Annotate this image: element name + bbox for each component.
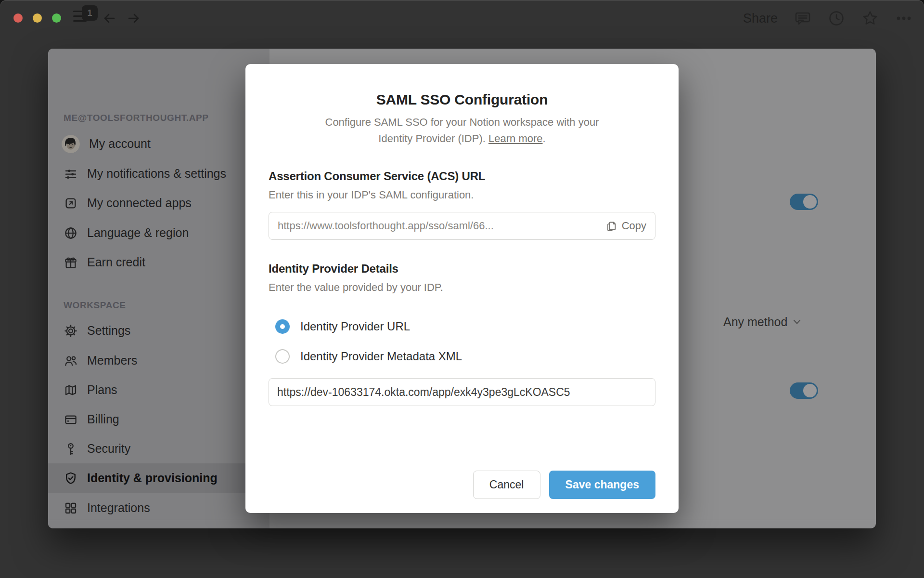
sidebar-item-audit-log[interactable]: Audit log	[48, 523, 270, 528]
radio-unselected-icon[interactable]	[275, 349, 290, 364]
radio-label: Identity Provider Metadata XML	[300, 350, 462, 363]
share-button[interactable]: Share	[743, 11, 778, 26]
sidebar-item-label: My account	[89, 137, 151, 151]
sidebar-item-my-account[interactable]: My account	[48, 129, 270, 158]
idp-url-input[interactable]	[269, 378, 655, 406]
sidebar-item-label: Earn credit	[87, 255, 145, 269]
login-method-value: Any method	[723, 315, 787, 329]
tab-count-badge[interactable]: 1	[82, 5, 98, 21]
sso-enabled-toggle[interactable]	[790, 194, 818, 210]
saml-sso-dialog: SAML SSO Configuration Configure SAML SS…	[245, 64, 679, 513]
gift-icon	[64, 255, 78, 270]
sidebar-item-label: Security	[87, 442, 130, 456]
sidebar-item-settings[interactable]: Settings	[48, 316, 270, 345]
radio-selected-icon[interactable]	[275, 319, 290, 334]
sidebar-item-label: Language & region	[87, 226, 189, 240]
subtitle-line2: Identity Provider (IDP).	[378, 132, 488, 144]
sidebar-item-language-region[interactable]: Language & region	[48, 218, 270, 248]
sidebar-item-label: My notifications & settings	[87, 167, 226, 181]
acs-url-field: https://www.toolsforthought.app/sso/saml…	[269, 212, 655, 240]
sidebar-item-billing[interactable]: Billing	[48, 405, 270, 434]
idp-details-heading: Identity Provider Details	[269, 262, 655, 276]
workspace-section-label: WORKSPACE	[64, 300, 126, 311]
acs-url-heading: Assertion Consumer Service (ACS) URL	[269, 169, 655, 184]
subtitle-line1: Configure SAML SSO for your Notion works…	[325, 116, 599, 128]
external-link-icon	[64, 196, 78, 210]
favorite-star-icon[interactable]	[861, 10, 879, 27]
account-section-label: ME@TOOLSFORTHOUGHT.APP	[64, 113, 209, 123]
forward-arrow-icon[interactable]	[127, 11, 141, 26]
sliders-icon	[64, 167, 78, 181]
sidebar-item-plans[interactable]: Plans	[48, 375, 270, 405]
sidebar-item-label: Identity & provisioning	[87, 471, 218, 485]
comments-icon[interactable]	[794, 10, 811, 27]
sidebar-item-label: Plans	[87, 383, 117, 397]
copy-button-label: Copy	[622, 220, 646, 232]
toggle-knob	[803, 384, 817, 397]
sidebar-item-members[interactable]: Members	[48, 346, 270, 375]
dialog-actions: Cancel Save changes	[269, 471, 655, 499]
sidebar-item-security[interactable]: Security	[48, 434, 270, 463]
shield-check-icon	[64, 471, 78, 486]
gear-icon	[64, 324, 78, 338]
panel-footer-divider	[48, 520, 876, 520]
zoom-window-button[interactable]	[52, 13, 61, 23]
sidebar-item-label: Members	[87, 354, 137, 368]
login-method-dropdown[interactable]: Any method	[723, 314, 802, 330]
updates-clock-icon[interactable]	[828, 10, 845, 27]
radio-option-idp-metadata-xml[interactable]: Identity Provider Metadata XML	[269, 348, 655, 365]
cancel-button[interactable]: Cancel	[473, 471, 540, 499]
sidebar-item-integrations[interactable]: Integrations	[48, 493, 270, 523]
avatar	[62, 135, 80, 153]
people-icon	[64, 354, 78, 368]
radio-option-idp-url[interactable]: Identity Provider URL	[269, 318, 655, 335]
sidebar-item-connected-apps[interactable]: My connected apps	[48, 188, 270, 218]
sidebar-item-notifications-settings[interactable]: My notifications & settings	[48, 159, 270, 188]
settings-sidebar: ME@TOOLSFORTHOUGHT.APP My account My not…	[48, 49, 270, 528]
learn-more-link[interactable]: Learn more	[488, 132, 543, 144]
map-icon	[64, 383, 78, 397]
save-changes-button[interactable]: Save changes	[549, 471, 655, 499]
key-icon	[64, 442, 78, 456]
screen: 1 Share ME@TOOLSFORTHOUGHT.APP My accoun	[0, 0, 924, 578]
sidebar-item-identity-provisioning[interactable]: Identity & provisioning	[48, 463, 270, 493]
minimize-window-button[interactable]	[33, 13, 42, 23]
toggle-knob	[803, 195, 817, 209]
sidebar-item-label: Integrations	[87, 501, 150, 515]
sidebar-item-label: My connected apps	[87, 196, 192, 210]
scim-enabled-toggle[interactable]	[790, 382, 818, 399]
sidebar-item-label: Settings	[87, 324, 130, 338]
app-window: 1 Share ME@TOOLSFORTHOUGHT.APP My accoun	[0, 0, 924, 578]
acs-url-description: Enter this in your IDP's SAML configurat…	[269, 188, 655, 202]
credit-card-icon	[64, 412, 78, 427]
sidebar-item-earn-credit[interactable]: Earn credit	[48, 248, 270, 277]
sidebar-item-label: Billing	[87, 412, 119, 426]
grid-icon	[64, 501, 78, 515]
acs-url-value: https://www.toolsforthought.app/sso/saml…	[278, 220, 606, 232]
idp-details-description: Enter the value provided by your IDP.	[269, 280, 655, 295]
copy-button[interactable]: Copy	[606, 220, 646, 232]
chevron-down-icon	[792, 316, 802, 327]
close-window-button[interactable]	[13, 13, 23, 23]
copy-icon	[606, 220, 617, 232]
dialog-subtitle: Configure SAML SSO for your Notion works…	[269, 114, 655, 147]
globe-icon	[64, 226, 78, 240]
back-arrow-icon[interactable]	[102, 11, 116, 26]
subtitle-period: .	[543, 132, 546, 144]
more-options-icon[interactable]	[895, 10, 912, 27]
dialog-title: SAML SSO Configuration	[269, 91, 655, 108]
radio-label: Identity Provider URL	[300, 320, 410, 333]
